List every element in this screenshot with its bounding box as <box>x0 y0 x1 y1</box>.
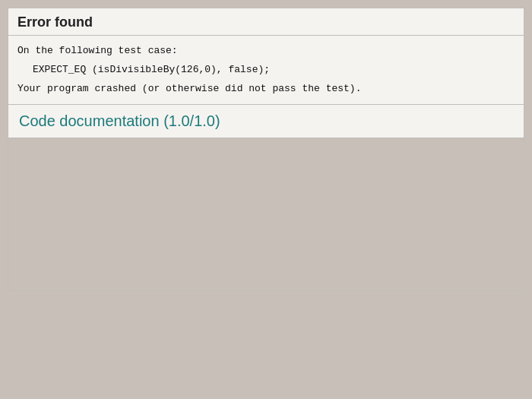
code-doc-title: Code documentation (1.0/1.0) <box>19 112 513 130</box>
error-line-on: On the following test case: <box>17 43 515 59</box>
main-container: Error found On the following test case: … <box>8 8 524 291</box>
error-title: Error found <box>8 8 524 36</box>
error-line-code: EXPECT_EQ (isDivisibleBy(126,0), false); <box>33 62 515 78</box>
error-line-crash: Your program crashed (or otherwise did n… <box>17 81 515 97</box>
error-section: Error found On the following test case: … <box>8 8 524 105</box>
error-body: On the following test case: EXPECT_EQ (i… <box>8 36 524 104</box>
empty-section <box>8 138 524 290</box>
code-doc-section: Code documentation (1.0/1.0) <box>8 105 524 138</box>
